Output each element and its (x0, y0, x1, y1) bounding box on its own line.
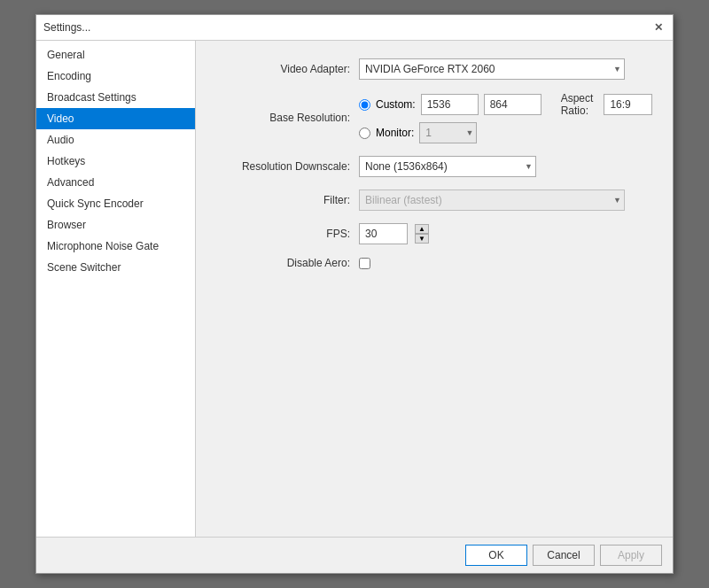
monitor-radio-row: Monitor: 1 (359, 122, 652, 143)
custom-radio-label: Custom: (376, 98, 416, 111)
sidebar-item-browser[interactable]: Browser (36, 214, 195, 236)
resolution-downscale-control: None (1536x864) (359, 156, 651, 177)
monitor-radio-label: Monitor: (376, 127, 414, 139)
footer: OK Cancel Apply (36, 537, 673, 573)
base-resolution-label: Base Resolution: (217, 112, 359, 124)
title-bar: Settings... ✕ (36, 15, 673, 41)
resolution-downscale-select[interactable]: None (1536x864) (359, 156, 536, 177)
fps-spinner: ▲ ▼ (415, 224, 429, 244)
fps-row: FPS: ▲ ▼ (217, 223, 651, 244)
sidebar-item-quick-sync-encoder[interactable]: Quick Sync Encoder (36, 193, 195, 214)
window-title: Settings... (43, 21, 90, 34)
monitor-select[interactable]: 1 (419, 122, 477, 143)
sidebar-item-microphone-noise-gate[interactable]: Microphone Noise Gate (36, 236, 195, 257)
custom-radio[interactable] (359, 99, 370, 111)
disable-aero-control (359, 258, 370, 269)
filter-control: Bilinear (fastest) (359, 190, 651, 211)
fps-control: ▲ ▼ (359, 223, 651, 244)
filter-select[interactable]: Bilinear (fastest) (359, 190, 625, 211)
sidebar-item-video[interactable]: Video (36, 108, 195, 129)
fps-increment-button[interactable]: ▲ (415, 224, 429, 234)
monitor-radio[interactable] (359, 128, 370, 139)
monitor-select-wrapper: 1 (419, 122, 477, 143)
custom-width-input[interactable] (421, 94, 479, 115)
sidebar-item-hotkeys[interactable]: Hotkeys (36, 151, 195, 172)
disable-aero-checkbox[interactable] (359, 258, 370, 269)
aspect-ratio-input[interactable] (604, 94, 652, 115)
sidebar-item-scene-switcher[interactable]: Scene Switcher (36, 257, 195, 278)
video-adapter-select[interactable]: NVIDIA GeForce RTX 2060 (359, 58, 625, 80)
video-adapter-label: Video Adapter: (217, 63, 359, 75)
sidebar-item-broadcast-settings[interactable]: Broadcast Settings (36, 87, 195, 108)
window-body: General Encoding Broadcast Settings Vide… (36, 41, 673, 537)
video-adapter-select-wrapper: NVIDIA GeForce RTX 2060 (359, 58, 625, 80)
filter-select-wrapper: Bilinear (fastest) (359, 190, 625, 211)
aspect-ratio-label: Aspect Ratio: (561, 92, 594, 117)
cancel-button[interactable]: Cancel (533, 545, 595, 566)
sidebar-item-encoding[interactable]: Encoding (36, 66, 195, 87)
fps-decrement-button[interactable]: ▼ (415, 234, 429, 244)
custom-height-input[interactable] (484, 94, 541, 115)
custom-radio-row: Custom: Aspect Ratio: (359, 92, 652, 117)
main-content: Video Adapter: NVIDIA GeForce RTX 2060 B… (196, 41, 673, 537)
video-adapter-row: Video Adapter: NVIDIA GeForce RTX 2060 (217, 58, 651, 80)
base-resolution-row: Base Resolution: Custom: Aspect Ratio: (217, 92, 651, 143)
sidebar-item-audio[interactable]: Audio (36, 129, 195, 151)
settings-window: Settings... ✕ General Encoding Broadcast… (35, 14, 674, 574)
apply-button[interactable]: Apply (600, 545, 662, 566)
fps-label: FPS: (217, 228, 359, 240)
resolution-downscale-label: Resolution Downscale: (217, 160, 359, 173)
sidebar-item-advanced[interactable]: Advanced (36, 172, 195, 193)
base-resolution-controls: Custom: Aspect Ratio: Monitor: 1 (359, 92, 652, 143)
close-button[interactable]: ✕ (651, 20, 666, 35)
filter-row: Filter: Bilinear (fastest) (217, 190, 651, 211)
ok-button[interactable]: OK (465, 545, 527, 566)
disable-aero-row: Disable Aero: (217, 257, 651, 269)
sidebar-item-general[interactable]: General (36, 44, 195, 66)
fps-input[interactable] (359, 223, 408, 244)
video-adapter-control: NVIDIA GeForce RTX 2060 (359, 58, 651, 80)
sidebar: General Encoding Broadcast Settings Vide… (36, 41, 196, 537)
resolution-downscale-row: Resolution Downscale: None (1536x864) (217, 156, 651, 177)
filter-label: Filter: (217, 194, 359, 206)
resolution-downscale-select-wrapper: None (1536x864) (359, 156, 536, 177)
disable-aero-label: Disable Aero: (217, 257, 359, 269)
